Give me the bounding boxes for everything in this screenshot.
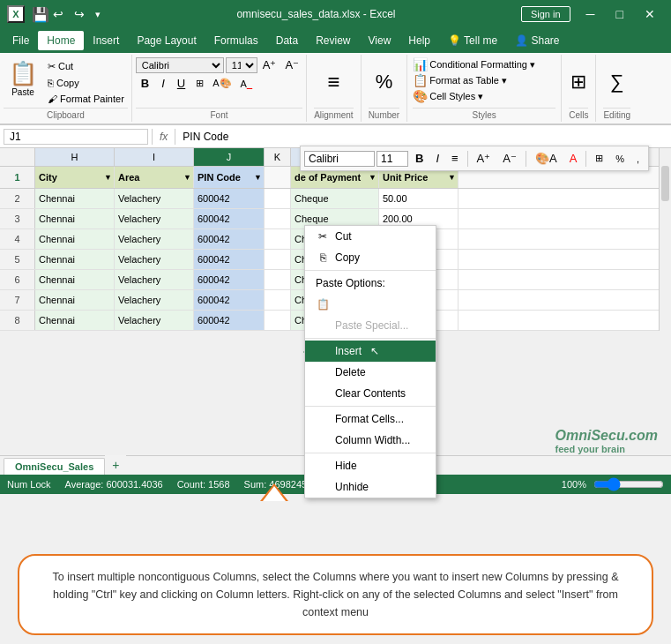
- fill-color-button[interactable]: A🎨: [209, 76, 235, 91]
- scroll-thumb[interactable]: [661, 166, 669, 201]
- alignment-icon[interactable]: ≡: [327, 56, 339, 108]
- cell-2-4[interactable]: Cheque: [291, 189, 379, 208]
- cm-unhide[interactable]: Unhide: [305, 476, 436, 498]
- cell-3-1[interactable]: Velachery: [115, 209, 194, 228]
- add-sheet-button[interactable]: +: [105, 455, 126, 475]
- menu-file[interactable]: File: [4, 31, 38, 50]
- cell-2-5[interactable]: 50.00: [379, 189, 459, 208]
- format-borders-button[interactable]: ⊞: [590, 151, 608, 166]
- copy-button[interactable]: ⎘ Copy: [44, 76, 128, 90]
- zoom-slider[interactable]: [593, 477, 664, 491]
- cell-3-0[interactable]: Chennai: [35, 209, 115, 228]
- cell-8-2[interactable]: 600042: [194, 311, 265, 330]
- cell-5-2[interactable]: 600042: [194, 250, 265, 269]
- menu-view[interactable]: View: [360, 31, 400, 50]
- col-header-J[interactable]: J: [194, 148, 265, 166]
- cell-2-3[interactable]: [265, 189, 291, 208]
- cm-insert[interactable]: Insert ↖: [305, 341, 436, 362]
- italic-button[interactable]: I: [156, 75, 170, 92]
- font-color-button[interactable]: A_: [237, 77, 256, 91]
- cm-format-cells[interactable]: Format Cells...: [305, 408, 436, 430]
- format-color-button[interactable]: A: [564, 150, 583, 167]
- cell-4-3[interactable]: [265, 229, 291, 249]
- cell-6-1[interactable]: Velachery: [115, 270, 194, 289]
- cell-7-0[interactable]: Chennai: [35, 290, 115, 310]
- format-percent-button[interactable]: %: [610, 152, 630, 166]
- cell-7-1[interactable]: Velachery: [115, 290, 194, 310]
- redo-button[interactable]: ↪: [71, 5, 88, 23]
- minimize-button[interactable]: ─: [578, 5, 604, 23]
- cell-2-0[interactable]: Chennai: [35, 189, 115, 208]
- format-painter-button[interactable]: 🖌 Format Painter: [44, 92, 128, 106]
- font-name-select[interactable]: Calibri: [136, 57, 224, 73]
- sheet-tab-omni[interactable]: OmniSecu_Sales: [4, 458, 105, 475]
- format-italic-button[interactable]: I: [430, 150, 444, 167]
- bold-button[interactable]: B: [136, 75, 154, 92]
- cell-2-1[interactable]: Velachery: [115, 189, 194, 208]
- formula-input[interactable]: [179, 131, 667, 143]
- col-header-H[interactable]: H: [35, 148, 115, 166]
- increase-font-button[interactable]: A⁺: [259, 56, 280, 73]
- header-pin-code[interactable]: PIN Code ▼: [194, 167, 265, 188]
- cell-7-3[interactable]: [265, 290, 291, 310]
- decrease-font-button[interactable]: A⁻: [281, 56, 302, 73]
- cm-clear-contents[interactable]: Clear Contents: [305, 383, 436, 404]
- font-size-select[interactable]: 11: [226, 57, 257, 73]
- cm-delete[interactable]: Delete: [305, 362, 436, 383]
- cells-icon[interactable]: ⊞: [570, 56, 586, 108]
- cm-hide[interactable]: Hide: [305, 455, 436, 476]
- cell-6-0[interactable]: Chennai: [35, 270, 115, 289]
- editing-icon[interactable]: ∑: [610, 56, 624, 108]
- city-dropdown-arrow[interactable]: ▼: [104, 173, 112, 182]
- format-highlight-button[interactable]: 🎨A: [530, 150, 563, 167]
- number-icon[interactable]: %: [376, 56, 393, 108]
- menu-review[interactable]: Review: [307, 31, 359, 50]
- menu-share[interactable]: 👤 Share: [506, 31, 568, 50]
- menu-formulas[interactable]: Formulas: [205, 31, 267, 50]
- pin-dropdown-arrow[interactable]: ▼: [254, 173, 262, 182]
- cell-4-2[interactable]: 600042: [194, 229, 265, 249]
- format-size-input[interactable]: [377, 151, 408, 167]
- cell-5-3[interactable]: [265, 250, 291, 269]
- menu-data[interactable]: Data: [267, 31, 307, 50]
- menu-tell-me[interactable]: 💡 Tell me: [439, 31, 506, 50]
- menu-home[interactable]: Home: [38, 31, 84, 50]
- cell-8-0[interactable]: Chennai: [35, 311, 115, 330]
- cell-reference-input[interactable]: [4, 129, 148, 145]
- price-dropdown-arrow[interactable]: ▼: [448, 173, 456, 182]
- format-bold-button[interactable]: B: [410, 150, 429, 167]
- header-area[interactable]: Area ▼: [115, 167, 194, 188]
- format-decrease-font[interactable]: A⁻: [497, 150, 522, 167]
- cm-column-width[interactable]: Column Width...: [305, 430, 436, 451]
- cm-copy[interactable]: ⎘ Copy: [305, 247, 436, 268]
- maximize-button[interactable]: □: [608, 5, 632, 23]
- cell-5-0[interactable]: Chennai: [35, 250, 115, 269]
- cut-button[interactable]: ✂ Cut: [44, 59, 128, 74]
- conditional-formatting-button[interactable]: 📊 Conditional Formatting ▾: [413, 57, 555, 71]
- col-header-I[interactable]: I: [115, 148, 194, 166]
- format-font-input[interactable]: [304, 151, 375, 167]
- customize-qat-button[interactable]: ▾: [92, 5, 104, 23]
- menu-help[interactable]: Help: [399, 31, 439, 50]
- cell-2-2[interactable]: 600042: [194, 189, 265, 208]
- cell-3-2[interactable]: 600042: [194, 209, 265, 228]
- signin-button[interactable]: Sign in: [521, 6, 570, 22]
- vertical-scrollbar[interactable]: [659, 148, 671, 331]
- cell-6-2[interactable]: 600042: [194, 270, 265, 289]
- format-increase-font[interactable]: A⁺: [472, 150, 496, 167]
- save-button[interactable]: 💾: [32, 6, 49, 23]
- header-city[interactable]: City ▼: [35, 167, 115, 188]
- area-dropdown-arrow[interactable]: ▼: [183, 173, 191, 182]
- menu-insert[interactable]: Insert: [84, 31, 128, 50]
- cell-4-1[interactable]: Velachery: [115, 229, 194, 249]
- cell-7-2[interactable]: 600042: [194, 290, 265, 310]
- menu-page-layout[interactable]: Page Layout: [128, 31, 205, 50]
- cell-8-1[interactable]: Velachery: [115, 311, 194, 330]
- app-icon[interactable]: X: [7, 5, 25, 23]
- format-comma-button[interactable]: ,: [631, 152, 645, 166]
- cm-cut[interactable]: ✂ Cut: [305, 226, 436, 247]
- border-button[interactable]: ⊞: [192, 76, 207, 91]
- cell-8-3[interactable]: [265, 311, 291, 330]
- payment-dropdown-arrow[interactable]: ▼: [369, 173, 377, 182]
- cell-3-3[interactable]: [265, 209, 291, 228]
